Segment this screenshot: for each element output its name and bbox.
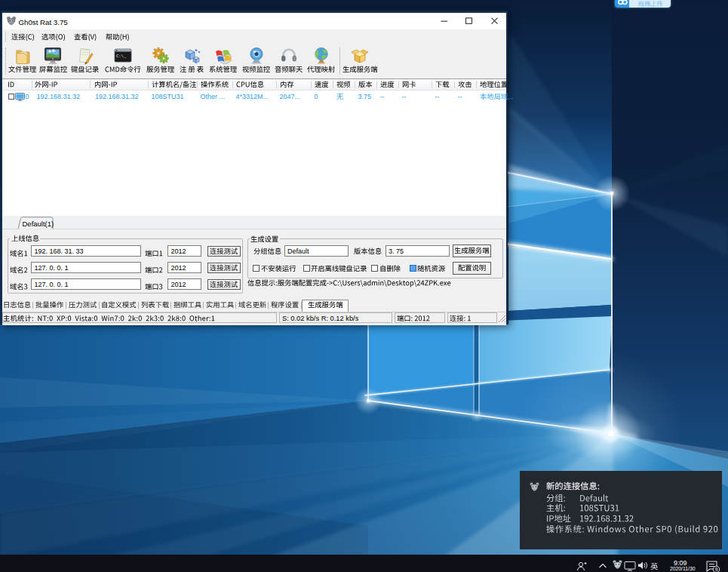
svg-text:C:\_: C:\_ xyxy=(116,54,127,59)
svg-text:9: 9 xyxy=(714,567,717,572)
